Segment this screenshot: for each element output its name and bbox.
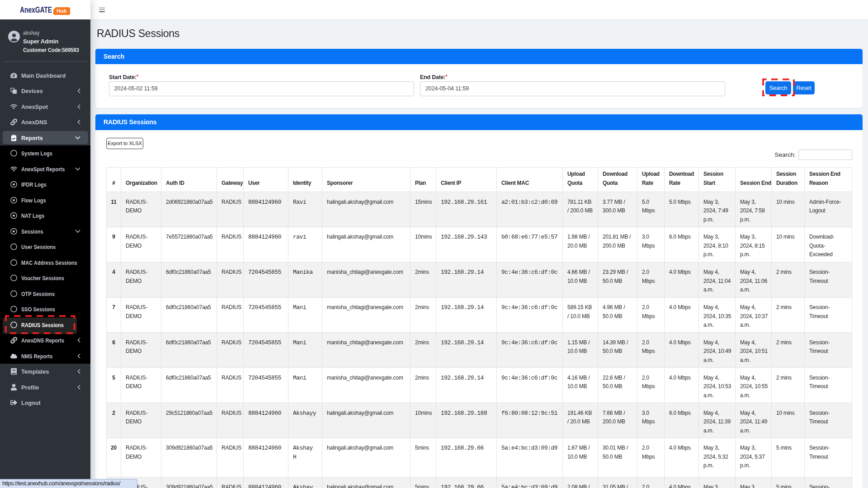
svg-text:AnexGATE: AnexGATE xyxy=(20,6,52,14)
